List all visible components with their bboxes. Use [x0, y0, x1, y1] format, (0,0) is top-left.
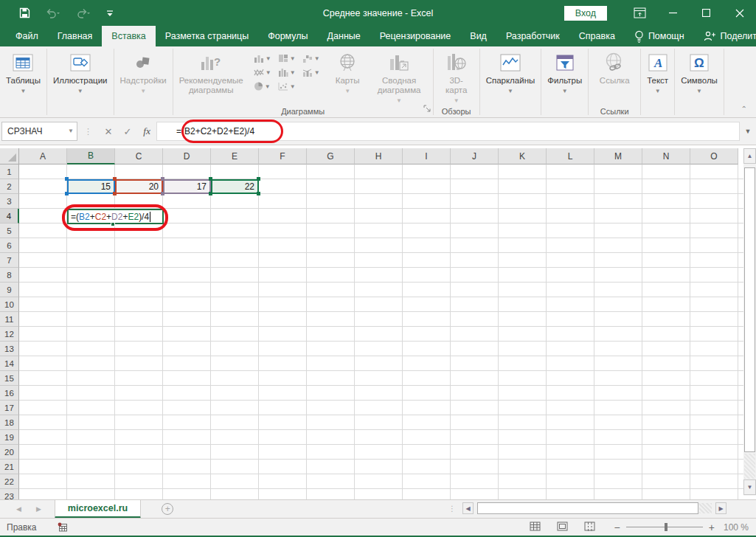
- range-handle[interactable]: [65, 192, 69, 195]
- scroll-up-icon[interactable]: ▲: [743, 148, 756, 164]
- tab-данные[interactable]: Данные: [318, 26, 370, 46]
- range-handle[interactable]: [113, 192, 117, 195]
- tab-рецензирование[interactable]: Рецензирование: [370, 26, 461, 46]
- tab-поделиться[interactable]: Поделиться: [694, 26, 756, 46]
- vertical-scrollbar-grip[interactable]: [744, 454, 755, 479]
- column-header-F[interactable]: F: [259, 148, 307, 164]
- prev-sheet-icon[interactable]: ◀: [16, 505, 21, 513]
- close-icon[interactable]: [723, 0, 756, 26]
- range-handle[interactable]: [161, 177, 164, 181]
- scroll-down-icon[interactable]: ▼: [743, 479, 756, 495]
- zoom-level[interactable]: 100 %: [724, 522, 749, 533]
- tab-помощн[interactable]: Помощн: [625, 26, 694, 46]
- zoom-slider[interactable]: [626, 527, 703, 527]
- column-header-A[interactable]: A: [19, 148, 67, 164]
- enter-icon[interactable]: ✓: [118, 126, 137, 137]
- fill-handle[interactable]: [111, 222, 115, 226]
- minimize-icon[interactable]: [656, 0, 690, 26]
- vertical-scrollbar-thumb[interactable]: [744, 167, 755, 452]
- text-button[interactable]: A Текст ▼: [641, 46, 674, 117]
- range-handle[interactable]: [209, 192, 212, 195]
- formula-input[interactable]: =(B2+C2+D2+E2)/4: [156, 122, 740, 141]
- formula-bar-splitter[interactable]: ⋮: [77, 127, 99, 136]
- customize-quick-access-icon[interactable]: [106, 10, 114, 17]
- next-sheet-icon[interactable]: ▶: [36, 505, 41, 513]
- horizontal-scrollbar-thumb[interactable]: [477, 502, 698, 514]
- person-plus-icon: [704, 31, 716, 41]
- range-handle[interactable]: [113, 177, 117, 181]
- tab-разметка страницы[interactable]: Разметка страницы: [156, 26, 258, 46]
- omega-icon: Ω: [690, 51, 709, 75]
- tab-scroll-splitter[interactable]: ⋮: [448, 505, 456, 513]
- column-header-O[interactable]: O: [690, 148, 738, 164]
- collapse-ribbon-icon[interactable]: ⌃: [741, 105, 747, 113]
- tab-файл[interactable]: Файл: [6, 26, 48, 46]
- tab-формулы[interactable]: Формулы: [258, 26, 317, 46]
- tab-справка[interactable]: Справка: [569, 26, 625, 46]
- column-header-E[interactable]: E: [211, 148, 259, 164]
- dialog-launcher-icon[interactable]: [423, 102, 431, 115]
- save-icon[interactable]: [19, 7, 30, 18]
- tours-group-label: Обзоры: [434, 107, 479, 116]
- column-header-K[interactable]: K: [499, 148, 547, 164]
- column-header-D[interactable]: D: [163, 148, 211, 164]
- column-header-B[interactable]: B: [67, 148, 115, 164]
- view-shortcuts: [530, 522, 595, 533]
- zoom-in-icon[interactable]: +: [709, 524, 715, 531]
- expand-formula-bar-icon[interactable]: ▼: [740, 122, 756, 141]
- illustrations-button[interactable]: Иллюстрации ▼: [47, 46, 114, 117]
- cell-B2[interactable]: 15: [67, 179, 115, 194]
- filters-button[interactable]: Фильтры ▼: [541, 46, 588, 117]
- tables-button[interactable]: Таблицы ▼: [0, 46, 46, 117]
- column-header-L[interactable]: L: [547, 148, 594, 164]
- cell-B4-editing[interactable]: =(B2+C2+D2+E2)/4: [67, 209, 164, 224]
- column-header-M[interactable]: M: [594, 148, 642, 164]
- ribbon-group-symbols: Ω Символы ▼: [675, 46, 724, 117]
- tab-вид[interactable]: Вид: [460, 26, 496, 46]
- horizontal-scrollbar[interactable]: ⋮ ◀ ▶: [448, 502, 726, 514]
- sign-in-button[interactable]: Вход: [564, 6, 607, 21]
- new-sheet-icon[interactable]: +: [162, 503, 173, 515]
- column-header-J[interactable]: J: [451, 148, 499, 164]
- title-bar: Среднее значение - Excel Вход: [0, 0, 756, 26]
- scroll-left-icon[interactable]: ◀: [462, 502, 474, 514]
- column-header-G[interactable]: G: [307, 148, 355, 164]
- zoom-out-icon[interactable]: −: [614, 524, 620, 531]
- vertical-scrollbar[interactable]: ▲ ▼: [743, 148, 756, 496]
- macro-record-icon[interactable]: [58, 522, 68, 532]
- scroll-right-icon[interactable]: ▶: [715, 502, 726, 514]
- column-header-N[interactable]: N: [642, 148, 690, 164]
- column-header-C[interactable]: C: [115, 148, 163, 164]
- chevron-down-icon: ▼: [696, 89, 702, 94]
- column-header-I[interactable]: I: [403, 148, 451, 164]
- normal-view-icon[interactable]: [530, 522, 541, 533]
- sheet-tab-active[interactable]: microexcel.ru: [55, 500, 141, 519]
- ribbon-display-options-icon[interactable]: [623, 0, 656, 26]
- column-header-H[interactable]: H: [355, 148, 403, 164]
- sparklines-button[interactable]: Спарклайны ▼: [480, 46, 541, 117]
- maximize-icon[interactable]: [690, 0, 723, 26]
- insert-function-icon[interactable]: fx: [137, 125, 156, 137]
- formula-part: =(: [71, 212, 79, 222]
- page-break-view-icon[interactable]: [584, 522, 595, 533]
- tab-главная[interactable]: Главная: [48, 26, 103, 46]
- cell-C2[interactable]: 20: [115, 179, 163, 194]
- cancel-icon[interactable]: ✕: [99, 126, 118, 137]
- symbols-button[interactable]: Ω Символы ▼: [675, 46, 724, 117]
- select-all-button[interactable]: [0, 148, 19, 164]
- tab-вставка[interactable]: Вставка: [102, 26, 155, 46]
- range-handle[interactable]: [257, 192, 260, 195]
- name-box[interactable]: СРЗНАЧ ▼: [1, 122, 77, 141]
- range-handle[interactable]: [65, 177, 69, 181]
- range-handle[interactable]: [209, 177, 212, 181]
- page-layout-view-icon[interactable]: [557, 522, 568, 533]
- range-handle[interactable]: [257, 177, 260, 181]
- quick-access-toolbar: [0, 7, 114, 18]
- cell-D2[interactable]: 17: [163, 179, 211, 194]
- horizontal-scrollbar-grip[interactable]: [699, 503, 712, 513]
- range-handle[interactable]: [161, 192, 164, 195]
- chevron-down-icon: ▼: [77, 89, 83, 94]
- formula-part: +: [106, 212, 111, 222]
- tab-разработчик[interactable]: Разработчик: [496, 26, 569, 46]
- cell-E2[interactable]: 22: [211, 179, 259, 194]
